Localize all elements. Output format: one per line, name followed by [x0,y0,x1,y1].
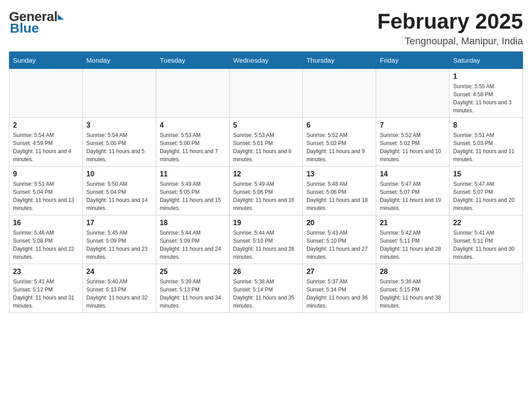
calendar-week-row: 2Sunrise: 5:54 AMSunset: 4:59 PMDaylight… [9,118,523,167]
day-info: Sunrise: 5:48 AMSunset: 5:06 PMDaylight:… [306,180,372,212]
day-number: 18 [160,219,226,227]
day-number: 24 [86,268,152,276]
day-of-week-header: Saturday [450,52,523,69]
day-number: 8 [453,121,519,129]
day-info: Sunrise: 5:45 AMSunset: 5:09 PMDaylight:… [86,229,152,261]
day-number: 11 [160,170,226,178]
calendar-day-cell: 25Sunrise: 5:39 AMSunset: 5:13 PMDayligh… [156,264,229,313]
day-info: Sunrise: 5:41 AMSunset: 5:12 PMDaylight:… [13,278,79,310]
calendar-day-cell: 8Sunrise: 5:51 AMSunset: 5:03 PMDaylight… [450,118,523,167]
calendar-day-cell: 2Sunrise: 5:54 AMSunset: 4:59 PMDaylight… [9,118,83,167]
day-info: Sunrise: 5:37 AMSunset: 5:14 PMDaylight:… [306,278,372,310]
calendar-day-cell: 17Sunrise: 5:45 AMSunset: 5:09 PMDayligh… [82,215,156,264]
day-info: Sunrise: 5:52 AMSunset: 5:02 PMDaylight:… [380,131,446,163]
day-number: 26 [233,268,299,276]
day-info: Sunrise: 5:44 AMSunset: 5:10 PMDaylight:… [233,229,299,261]
day-number: 22 [453,219,519,227]
day-number: 3 [86,121,152,129]
calendar-day-cell: 23Sunrise: 5:41 AMSunset: 5:12 PMDayligh… [9,264,83,313]
calendar-day-cell: 15Sunrise: 5:47 AMSunset: 5:07 PMDayligh… [450,167,523,215]
day-info: Sunrise: 5:54 AMSunset: 5:00 PMDaylight:… [86,131,152,163]
calendar-day-cell: 12Sunrise: 5:49 AMSunset: 5:06 PMDayligh… [229,167,303,215]
calendar-day-cell: 18Sunrise: 5:44 AMSunset: 5:09 PMDayligh… [156,215,229,264]
calendar-header: SundayMondayTuesdayWednesdayThursdayFrid… [9,52,523,69]
calendar-week-row: 1Sunrise: 5:55 AMSunset: 4:58 PMDaylight… [9,69,523,118]
calendar-day-cell [450,264,523,313]
calendar-title: February 2025 [377,9,523,34]
calendar-day-cell: 3Sunrise: 5:54 AMSunset: 5:00 PMDaylight… [82,118,156,167]
day-info: Sunrise: 5:44 AMSunset: 5:09 PMDaylight:… [160,229,226,261]
calendar-day-cell: 26Sunrise: 5:38 AMSunset: 5:14 PMDayligh… [229,264,303,313]
calendar-day-cell: 21Sunrise: 5:42 AMSunset: 5:11 PMDayligh… [376,215,450,264]
day-info: Sunrise: 5:53 AMSunset: 5:00 PMDaylight:… [160,131,226,163]
calendar-day-cell [303,69,376,118]
day-number: 28 [380,268,446,276]
calendar-day-cell [9,69,83,118]
day-number: 27 [306,268,372,276]
day-info: Sunrise: 5:54 AMSunset: 4:59 PMDaylight:… [13,131,79,163]
day-number: 16 [13,219,79,227]
logo-arrow-icon [58,14,64,20]
day-number: 2 [13,121,79,129]
calendar-day-cell: 14Sunrise: 5:47 AMSunset: 5:07 PMDayligh… [376,167,450,215]
day-info: Sunrise: 5:46 AMSunset: 5:08 PMDaylight:… [13,229,79,261]
day-of-week-header: Tuesday [156,52,229,69]
day-number: 19 [233,219,299,227]
day-number: 1 [453,73,519,81]
calendar-day-cell: 27Sunrise: 5:37 AMSunset: 5:14 PMDayligh… [303,264,376,313]
calendar-day-cell: 7Sunrise: 5:52 AMSunset: 5:02 PMDaylight… [376,118,450,167]
calendar-day-cell: 1Sunrise: 5:55 AMSunset: 4:58 PMDaylight… [450,69,523,118]
calendar-day-cell: 11Sunrise: 5:49 AMSunset: 5:05 PMDayligh… [156,167,229,215]
calendar-day-cell: 5Sunrise: 5:53 AMSunset: 5:01 PMDaylight… [229,118,303,167]
calendar-day-cell: 13Sunrise: 5:48 AMSunset: 5:06 PMDayligh… [303,167,376,215]
day-number: 20 [306,219,372,227]
day-number: 9 [13,170,79,178]
calendar-day-cell: 9Sunrise: 5:51 AMSunset: 5:04 PMDaylight… [9,167,83,215]
day-info: Sunrise: 5:49 AMSunset: 5:06 PMDaylight:… [233,180,299,212]
day-number: 10 [86,170,152,178]
day-info: Sunrise: 5:51 AMSunset: 5:03 PMDaylight:… [453,131,519,163]
calendar-day-cell: 10Sunrise: 5:50 AMSunset: 5:04 PMDayligh… [82,167,156,215]
calendar-body: 1Sunrise: 5:55 AMSunset: 4:58 PMDaylight… [9,69,523,313]
day-number: 14 [380,170,446,178]
calendar-table: SundayMondayTuesdayWednesdayThursdayFrid… [9,51,523,313]
calendar-day-cell: 24Sunrise: 5:40 AMSunset: 5:13 PMDayligh… [82,264,156,313]
day-info: Sunrise: 5:43 AMSunset: 5:10 PMDaylight:… [306,229,372,261]
day-info: Sunrise: 5:52 AMSunset: 5:02 PMDaylight:… [306,131,372,163]
day-info: Sunrise: 5:55 AMSunset: 4:58 PMDaylight:… [453,82,519,115]
day-info: Sunrise: 5:42 AMSunset: 5:11 PMDaylight:… [380,229,446,261]
calendar-day-cell [229,69,303,118]
day-info: Sunrise: 5:41 AMSunset: 5:11 PMDaylight:… [453,229,519,261]
day-info: Sunrise: 5:53 AMSunset: 5:01 PMDaylight:… [233,131,299,163]
calendar-day-cell: 16Sunrise: 5:46 AMSunset: 5:08 PMDayligh… [9,215,83,264]
day-number: 21 [380,219,446,227]
day-of-week-header: Monday [82,52,156,69]
calendar-day-cell: 20Sunrise: 5:43 AMSunset: 5:10 PMDayligh… [303,215,376,264]
calendar-title-block: February 2025 Tengnoupal, Manipur, India [377,9,523,47]
day-number: 23 [13,268,79,276]
calendar-day-cell: 4Sunrise: 5:53 AMSunset: 5:00 PMDaylight… [156,118,229,167]
calendar-day-cell [156,69,229,118]
day-number: 4 [160,121,226,129]
day-of-week-header: Sunday [9,52,83,69]
day-info: Sunrise: 5:47 AMSunset: 5:07 PMDaylight:… [380,180,446,212]
day-number: 17 [86,219,152,227]
day-info: Sunrise: 5:50 AMSunset: 5:04 PMDaylight:… [86,180,152,212]
day-of-week-header: Wednesday [229,52,303,69]
calendar-subtitle: Tengnoupal, Manipur, India [377,35,523,47]
day-info: Sunrise: 5:40 AMSunset: 5:13 PMDaylight:… [86,278,152,310]
calendar-week-row: 9Sunrise: 5:51 AMSunset: 5:04 PMDaylight… [9,167,523,215]
day-number: 15 [453,170,519,178]
day-of-week-header: Friday [376,52,450,69]
day-info: Sunrise: 5:49 AMSunset: 5:05 PMDaylight:… [160,180,226,212]
day-number: 6 [306,121,372,129]
calendar-day-cell: 6Sunrise: 5:52 AMSunset: 5:02 PMDaylight… [303,118,376,167]
calendar-week-row: 16Sunrise: 5:46 AMSunset: 5:08 PMDayligh… [9,215,523,264]
day-number: 7 [380,121,446,129]
page-header: General Blue February 2025 Tengnoupal, M… [9,9,523,47]
calendar-day-cell [82,69,156,118]
day-number: 12 [233,170,299,178]
calendar-day-cell: 28Sunrise: 5:36 AMSunset: 5:15 PMDayligh… [376,264,450,313]
day-info: Sunrise: 5:47 AMSunset: 5:07 PMDaylight:… [453,180,519,212]
day-info: Sunrise: 5:39 AMSunset: 5:13 PMDaylight:… [160,278,226,310]
